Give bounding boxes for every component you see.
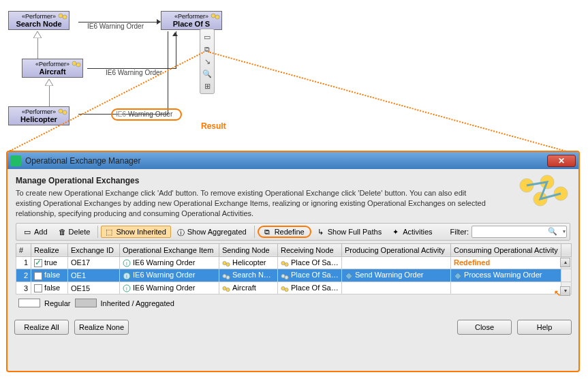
- scroll-up-button[interactable]: ▴: [560, 258, 570, 267]
- node-aircraft[interactable]: «Performer» Aircraft: [22, 59, 83, 78]
- col-scroll: [561, 243, 572, 256]
- titlebar[interactable]: Operational Exchange Manager ✕: [7, 152, 578, 169]
- info-icon: i: [123, 258, 131, 267]
- col-num[interactable]: #: [16, 243, 31, 256]
- show-full-paths-button[interactable]: ↳Show Full Paths: [313, 226, 386, 238]
- cell-producing[interactable]: [342, 282, 451, 294]
- performer-icon: [58, 108, 67, 115]
- cell-sending[interactable]: Search Node: [219, 269, 278, 282]
- edge-label: IE6 Warning Order: [106, 69, 162, 76]
- cell-consuming[interactable]: Process Warning Order: [451, 269, 561, 282]
- cell-consuming[interactable]: [451, 282, 561, 294]
- app-icon: [10, 155, 21, 166]
- performer-icon: [281, 259, 289, 267]
- show-full-paths-label: Show Full Paths: [328, 228, 382, 236]
- cell-consuming[interactable]: Redefined: [451, 256, 561, 269]
- svg-marker-26: [345, 273, 352, 279]
- dialog-heading: Manage Operational Exchanges: [16, 176, 570, 185]
- svg-point-33: [285, 288, 288, 292]
- svg-point-6: [59, 109, 63, 113]
- col-receiving[interactable]: Receiving Node: [278, 243, 342, 256]
- cell-item[interactable]: iIE6 Warning Order: [120, 256, 219, 269]
- add-button[interactable]: ▭Add: [19, 226, 52, 238]
- chevron-down-icon[interactable]: ▾: [563, 228, 566, 234]
- smart-manipulator-toolbar: ▭ ⧉ ↘ 🔍 ⊞: [200, 29, 215, 94]
- node-helicopter[interactable]: «Performer» Helicopter: [8, 106, 69, 125]
- tool-item[interactable]: ▭: [200, 31, 214, 43]
- diagram-canvas: «Performer» Search Node «Performer» Plac…: [0, 0, 588, 147]
- cell-receiving[interactable]: Place Of Safety: [278, 282, 342, 294]
- performer-icon: [222, 284, 230, 292]
- tool-item[interactable]: ↘: [200, 55, 214, 67]
- cell-exchange-id[interactable]: OE15: [68, 282, 120, 294]
- cell-realize[interactable]: false: [31, 282, 68, 294]
- trash-icon: 🗑: [59, 228, 67, 236]
- realize-all-button[interactable]: Realize All: [14, 320, 69, 335]
- node-search-node[interactable]: «Performer» Search Node: [8, 11, 69, 30]
- svg-point-1: [63, 15, 67, 19]
- realize-checkbox[interactable]: [34, 272, 42, 280]
- cell-realize[interactable]: false: [31, 269, 68, 282]
- close-button[interactable]: ✕: [547, 155, 576, 167]
- performer-icon: [58, 13, 67, 20]
- node-label: Aircraft: [27, 67, 78, 76]
- activities-icon: ✦: [392, 228, 401, 236]
- delete-label: Delete: [69, 228, 91, 236]
- cell-receiving[interactable]: Place Of Safety: [278, 269, 342, 282]
- tool-item[interactable]: ⊞: [200, 80, 214, 92]
- show-aggregated-button[interactable]: ⓘShow Aggregated: [172, 226, 251, 238]
- show-inherited-label: Show Inherited: [116, 228, 166, 236]
- aggregated-icon: ⓘ: [177, 228, 185, 236]
- realize-checkbox[interactable]: [34, 259, 42, 267]
- performer-icon: [222, 271, 230, 279]
- redefined-arrow-icon: ↖: [554, 288, 561, 298]
- performer-icon: [211, 13, 220, 20]
- svg-point-17: [226, 262, 230, 266]
- col-item[interactable]: Operational Exchange Item: [120, 243, 219, 256]
- close-dialog-button[interactable]: Close: [457, 320, 512, 335]
- activities-button[interactable]: ✦Activities: [388, 226, 437, 238]
- cell-producing[interactable]: Send Warning Order: [342, 269, 451, 282]
- filter-label: Filter:: [450, 228, 469, 236]
- table-row[interactable]: 2falseOE1iIE6 Warning OrderSearch NodePl…: [16, 269, 572, 282]
- inherited-icon: ⬚: [106, 228, 114, 236]
- scroll-down-button[interactable]: ▾: [560, 286, 570, 296]
- legend: Regular Inherited / Aggregated: [16, 296, 570, 310]
- table-row[interactable]: 3falseOE15iIE6 Warning OrderAircraftPlac…: [16, 282, 572, 294]
- activities-label: Activities: [403, 228, 432, 236]
- col-realize[interactable]: Realize: [31, 243, 68, 256]
- delete-button[interactable]: 🗑Delete: [54, 226, 95, 238]
- result-text: Warning Order: [128, 110, 172, 118]
- cell-sending[interactable]: Helicopter: [219, 256, 278, 269]
- svg-point-23: [226, 275, 230, 279]
- cell-exchange-id[interactable]: OE17: [68, 256, 120, 269]
- cell-realize[interactable]: true: [31, 256, 68, 269]
- realize-none-button[interactable]: Realize None: [74, 320, 129, 335]
- show-aggregated-label: Show Aggregated: [187, 228, 247, 236]
- table-row[interactable]: 1trueOE17iIE6 Warning OrderHelicopterPla…: [16, 256, 572, 269]
- cell-item[interactable]: iIE6 Warning Order: [120, 282, 219, 294]
- cell-receiving[interactable]: Place Of Safety: [278, 256, 342, 269]
- arrowhead-icon: [157, 19, 161, 25]
- col-exchange-id[interactable]: Exchange ID: [68, 243, 120, 256]
- help-button[interactable]: Help: [517, 320, 572, 335]
- separator: [97, 226, 98, 238]
- svg-marker-8: [33, 31, 42, 38]
- svg-text:i: i: [126, 273, 127, 279]
- col-producing[interactable]: Producing Operational Activity: [342, 243, 451, 256]
- realize-checkbox[interactable]: [34, 284, 42, 292]
- col-sending[interactable]: Sending Node: [219, 243, 278, 256]
- node-place-of-safety[interactable]: «Performer» Place Of S: [161, 11, 222, 30]
- cell-item[interactable]: iIE6 Warning Order: [120, 269, 219, 282]
- cell-producing[interactable]: [342, 256, 451, 269]
- info-icon: i: [123, 284, 131, 292]
- svg-point-24: [281, 274, 285, 277]
- tool-item[interactable]: 🔍: [200, 67, 214, 80]
- cell-sending[interactable]: Aircraft: [219, 282, 278, 294]
- col-consuming[interactable]: Consuming Operational Activity: [451, 243, 561, 256]
- show-inherited-button[interactable]: ⬚Show Inherited: [101, 226, 170, 238]
- cell-exchange-id[interactable]: OE1: [68, 269, 120, 282]
- svg-point-32: [281, 287, 285, 290]
- redefine-button[interactable]: ⧉Redefine: [258, 226, 311, 238]
- legend-swatch-regular: [18, 299, 40, 307]
